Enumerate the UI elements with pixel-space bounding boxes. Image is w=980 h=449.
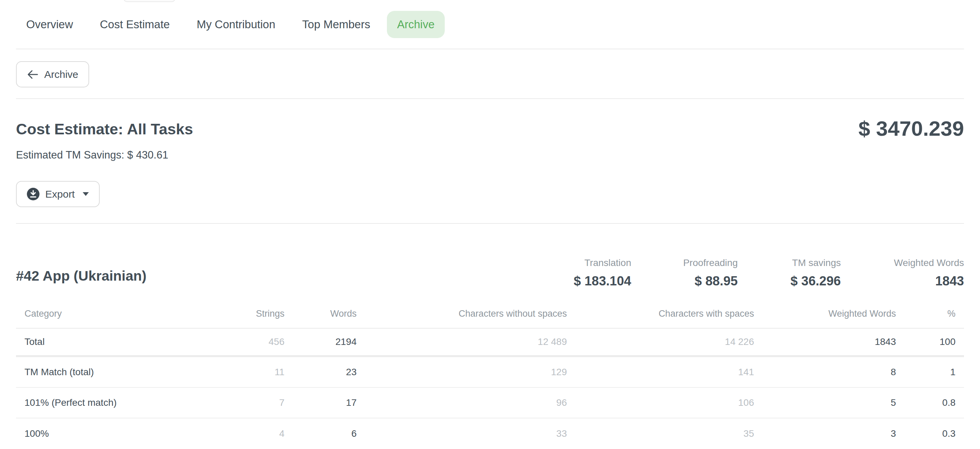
project-title: #42 App (Ukrainian): [16, 268, 147, 284]
stat-value: $ 88.95: [631, 273, 738, 289]
cell-value: 5: [754, 397, 896, 408]
cell-value: 1843: [754, 336, 896, 347]
tab-bar: OverviewCost EstimateMy ContributionTop …: [0, 0, 980, 38]
stat-proofreading: Proofreading$ 88.95: [631, 257, 738, 289]
tm-savings-line: Estimated TM Savings: $ 430.61: [16, 149, 964, 161]
stat-value: 1843: [841, 273, 964, 289]
tab-archive[interactable]: Archive: [387, 11, 445, 38]
total-cost: $ 3470.239: [859, 117, 964, 141]
back-button-label: Archive: [44, 69, 78, 80]
project-stats: Translation$ 183.104Proofreading$ 88.95T…: [522, 257, 964, 289]
stat-label: Proofreading: [631, 257, 738, 269]
cell-value: 6: [285, 428, 356, 439]
cell-value: 23: [285, 366, 356, 378]
download-icon: [27, 188, 40, 200]
cell-category: 100%: [24, 428, 195, 439]
table-row: 101% (Perfect match)7179610650.8: [16, 388, 964, 418]
column-header-characters-with-spaces: Characters with spaces: [567, 303, 754, 328]
stat-weighted-words: Weighted Words1843: [841, 257, 964, 289]
table-row: TM Match (total)112312914181: [16, 357, 964, 388]
tab-list: OverviewCost EstimateMy ContributionTop …: [16, 11, 964, 38]
cell-value: 456: [195, 336, 285, 347]
cell-value: 0.3: [896, 428, 956, 439]
stat-value: $ 183.104: [522, 273, 631, 289]
cell-value: 35: [567, 428, 754, 439]
stat-tm-savings: TM savings$ 36.296: [738, 257, 841, 289]
cell-value: 12 489: [356, 336, 567, 347]
column-header-characters-without-spaces: Characters without spaces: [356, 303, 567, 328]
tab-cost-estimate[interactable]: Cost Estimate: [90, 11, 180, 38]
cell-value: 3: [754, 428, 896, 439]
cell-value: 14 226: [567, 336, 754, 347]
export-button[interactable]: Export: [16, 181, 100, 207]
stat-value: $ 36.296: [738, 273, 841, 289]
cell-value: 4: [195, 428, 285, 439]
cell-value: 7: [195, 397, 285, 408]
cell-value: 11: [195, 366, 285, 378]
cell-value: 2194: [285, 336, 356, 347]
arrow-left-icon: [27, 70, 38, 79]
export-button-label: Export: [45, 189, 75, 200]
project-section: #42 App (Ukrainian) Translation$ 183.104…: [16, 257, 964, 289]
cost-estimate-summary: Cost Estimate: All Tasks $ 3470.239 Esti…: [0, 99, 980, 223]
table-body: Total456219412 48914 2261843100TM Match …: [16, 328, 964, 449]
cell-value: 106: [567, 397, 754, 408]
cell-value: 0.8: [896, 397, 956, 408]
stat-label: TM savings: [738, 257, 841, 269]
top-edge-cutoff-element: [124, 0, 175, 2]
page-title: Cost Estimate: All Tasks: [16, 120, 964, 138]
cell-category: 101% (Perfect match): [24, 397, 195, 408]
table-row: 100%46333530.3: [16, 418, 964, 449]
cell-value: 141: [567, 366, 754, 378]
cell-value: 17: [285, 397, 356, 408]
stat-label: Translation: [522, 257, 631, 269]
tab-top-members[interactable]: Top Members: [292, 11, 380, 38]
chevron-down-icon: [83, 192, 89, 196]
stat-translation: Translation$ 183.104: [522, 257, 631, 289]
table-row: Total456219412 48914 2261843100: [16, 328, 964, 357]
table-header: CategoryStringsWordsCharacters without s…: [16, 303, 964, 328]
back-to-archive-button[interactable]: Archive: [16, 61, 89, 87]
cell-value: 1: [896, 366, 956, 378]
back-row: Archive: [0, 49, 980, 98]
cost-table: CategoryStringsWordsCharacters without s…: [16, 303, 964, 449]
column-header-weighted-words: Weighted Words: [754, 303, 896, 328]
cell-value: 8: [754, 366, 896, 378]
cell-category: Total: [24, 336, 195, 347]
cell-value: 96: [356, 397, 567, 408]
divider-below-summary: [16, 223, 964, 224]
cell-value: 129: [356, 366, 567, 378]
stat-label: Weighted Words: [841, 257, 964, 269]
cell-category: TM Match (total): [24, 366, 195, 378]
column-header-category: Category: [24, 303, 195, 328]
tab-my-contribution[interactable]: My Contribution: [186, 11, 285, 38]
column-header-words: Words: [285, 303, 356, 328]
cell-value: 33: [356, 428, 567, 439]
column-header-strings: Strings: [195, 303, 285, 328]
column-header-: %: [896, 303, 956, 328]
cell-value: 100: [896, 336, 956, 347]
tab-overview[interactable]: Overview: [16, 11, 83, 38]
